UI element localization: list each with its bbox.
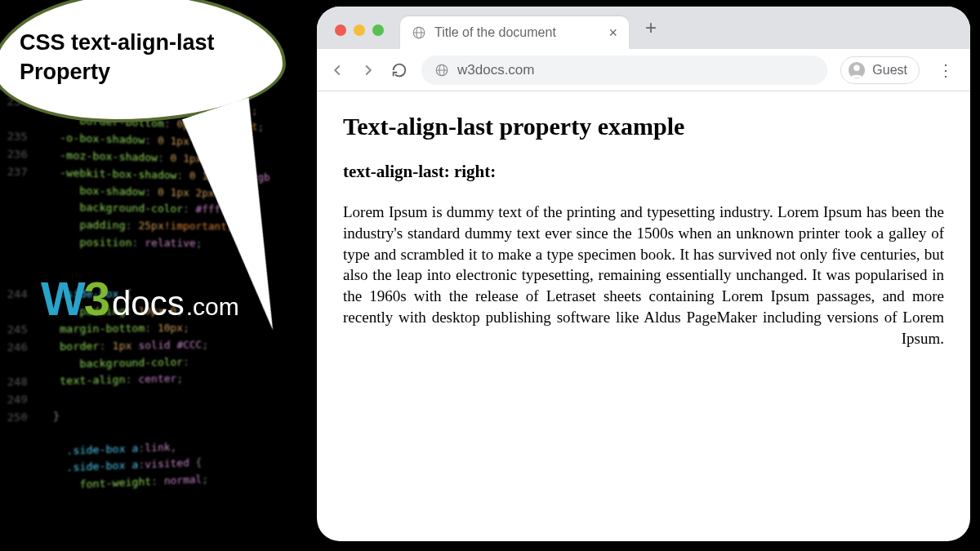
browser-toolbar: w3docs.com Guest ⋮ [317, 49, 970, 91]
reload-button[interactable] [390, 61, 408, 79]
globe-icon [434, 63, 449, 78]
minimize-icon[interactable] [354, 24, 365, 36]
guest-label: Guest [872, 63, 907, 78]
tab-bar: Title of the document × + [317, 7, 970, 49]
address-bar[interactable]: w3docs.com [421, 56, 827, 85]
profile-button[interactable]: Guest [840, 56, 920, 84]
document-content: Text-align-last property example text-al… [317, 91, 970, 371]
logo-three: 3 [84, 271, 110, 326]
logo-docs: docs [112, 284, 185, 323]
logo-com: .com [186, 293, 239, 321]
avatar-icon [848, 61, 866, 79]
back-button[interactable] [328, 61, 346, 79]
maximize-icon[interactable] [372, 24, 384, 36]
traffic-lights [335, 24, 384, 36]
close-icon[interactable] [335, 24, 346, 36]
url-text: w3docs.com [457, 62, 534, 78]
menu-button[interactable]: ⋮ [933, 60, 959, 80]
content-heading: Text-align-last property example [343, 113, 944, 140]
svg-point-7 [854, 64, 860, 70]
browser-window: Title of the document × + w3docs.com [317, 7, 970, 541]
browser-tab[interactable]: Title of the document × [400, 16, 629, 49]
logo-w: W [41, 271, 84, 326]
new-tab-button[interactable]: + [645, 16, 657, 39]
globe-icon [412, 25, 426, 40]
content-subheading: text-align-last: right: [343, 162, 944, 182]
content-paragraph: Lorem Ipsum is dummy text of the printin… [343, 202, 944, 349]
tab-close-icon[interactable]: × [608, 25, 617, 40]
forward-button[interactable] [359, 61, 377, 79]
title-bubble: CSS text-align-last Property [0, 0, 286, 122]
page-title: CSS text-align-last Property [20, 28, 260, 87]
w3docs-logo: W 3 docs .com [41, 271, 239, 326]
tab-title: Title of the document [434, 25, 600, 40]
